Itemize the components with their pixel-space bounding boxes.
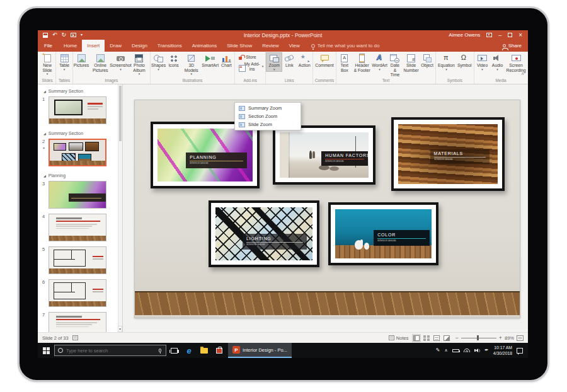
- slide-thumbnail-6[interactable]: [49, 279, 106, 307]
- menu-item-section-zoom[interactable]: Section Zoom: [235, 112, 301, 120]
- symbol-button[interactable]: Symbol: [456, 53, 473, 68]
- table-button[interactable]: Table: [57, 53, 72, 71]
- menu-item-summary-zoom[interactable]: Summary Zoom: [235, 104, 301, 112]
- microphone-icon[interactable]: [159, 349, 161, 352]
- slide-canvas[interactable]: PLANNING INTERIOR DESIGN: [134, 100, 520, 318]
- zoom-button[interactable]: Zoom: [266, 53, 282, 71]
- normal-view-button[interactable]: [412, 334, 421, 342]
- link-button[interactable]: Link: [282, 53, 297, 68]
- ink-workspace-icon[interactable]: ✒: [484, 347, 489, 354]
- pen-icon[interactable]: ✎: [436, 347, 440, 354]
- close-button[interactable]: ×: [518, 32, 522, 38]
- zoom-percentage[interactable]: 89%: [505, 335, 514, 341]
- thumbnail-scrollbar[interactable]: ▼: [118, 84, 122, 332]
- collapse-ribbon-icon[interactable]: ∧: [521, 71, 524, 76]
- slide-number-button[interactable]: Slide Number: [403, 53, 420, 72]
- tab-design[interactable]: Design: [127, 40, 152, 52]
- zoom-slider-thumb[interactable]: [477, 335, 479, 340]
- audio-button[interactable]: Audio: [490, 53, 505, 71]
- slide-row-6: 6: [38, 279, 122, 307]
- restore-button[interactable]: [508, 33, 512, 37]
- slide-thumbnail-2-selected[interactable]: [49, 139, 106, 166]
- shapes-button[interactable]: Shapes: [151, 53, 166, 71]
- screen-recording-button[interactable]: Screen Recording: [505, 53, 527, 72]
- framed-slide-planning[interactable]: PLANNING INTERIOR DESIGN: [151, 122, 260, 188]
- start-button[interactable]: [38, 343, 54, 358]
- store-button[interactable]: Store: [236, 54, 265, 61]
- scrollbar-thumb[interactable]: [119, 86, 122, 141]
- tab-animations[interactable]: Animations: [187, 40, 222, 52]
- comment-button[interactable]: Comment: [314, 53, 335, 68]
- menu-item-slide-zoom[interactable]: Slide Zoom: [235, 120, 301, 129]
- wordart-button[interactable]: WordArt: [372, 53, 387, 71]
- slideshow-view-button[interactable]: [442, 334, 451, 342]
- section-header-summary-2[interactable]: ◢Summary Section: [38, 129, 122, 137]
- 3d-models-button[interactable]: 3D Models: [181, 53, 202, 76]
- figure-silhouette: [312, 151, 315, 158]
- icons-button[interactable]: Icons: [166, 53, 181, 68]
- slide-thumbnail-1[interactable]: [49, 96, 106, 124]
- date-time-button[interactable]: Date & Time: [387, 53, 403, 78]
- pictures-icon: [76, 54, 87, 63]
- account-user[interactable]: Aimee Owens: [449, 32, 480, 38]
- tab-insert[interactable]: Insert: [82, 40, 105, 52]
- section-header-planning[interactable]: ◢Planning: [38, 171, 122, 180]
- zoom-slider[interactable]: [461, 338, 496, 338]
- spellcheck-icon[interactable]: [72, 335, 78, 340]
- action-button[interactable]: Action: [297, 53, 312, 68]
- object-button[interactable]: Object: [420, 53, 435, 68]
- framed-slide-lighting[interactable]: LIGHTING INTERIOR DESIGN: [209, 200, 319, 267]
- new-slide-button[interactable]: New Slide: [40, 53, 55, 76]
- slide-thumbnail-4[interactable]: [49, 214, 106, 241]
- notes-button[interactable]: Notes: [389, 335, 409, 341]
- framed-slide-human-factors[interactable]: HUMAN FACTORS INTERIOR DESIGN: [273, 125, 375, 185]
- volume-icon[interactable]: ): [474, 349, 481, 352]
- tab-draw[interactable]: Draw: [105, 40, 127, 52]
- taskbar-search[interactable]: [54, 345, 166, 356]
- minimize-button[interactable]: –: [498, 33, 501, 38]
- zoom-out-button[interactable]: −: [455, 335, 458, 340]
- screenshot-button[interactable]: Screenshot: [112, 53, 129, 71]
- search-input[interactable]: [66, 348, 156, 354]
- slide-thumbnail-3[interactable]: [49, 181, 106, 209]
- tab-slide-show[interactable]: Slide Show: [222, 40, 257, 52]
- scrollbar-down-icon[interactable]: ▼: [118, 326, 122, 332]
- edge-button[interactable]: e: [181, 343, 197, 358]
- video-button[interactable]: Video: [475, 53, 490, 71]
- tab-view[interactable]: View: [284, 40, 305, 52]
- photo-album-button[interactable]: Photo Album: [129, 53, 149, 76]
- slide-thumbnail-5[interactable]: [49, 246, 106, 274]
- store-taskbar-button[interactable]: [212, 343, 227, 358]
- powerpoint-taskbar-button[interactable]: P Interior Design - Po...: [228, 343, 292, 358]
- chart-button[interactable]: Chart: [219, 53, 234, 68]
- pictures-button[interactable]: Pictures: [74, 53, 89, 68]
- share-button[interactable]: Share: [503, 40, 528, 52]
- online-pictures-button[interactable]: Online Pictures: [89, 53, 112, 72]
- taskbar-clock[interactable]: 10:17 AM 4/30/2018: [493, 345, 512, 356]
- tab-file[interactable]: File: [38, 40, 59, 52]
- section-header-summary-1[interactable]: ◢Summary Section: [38, 87, 122, 95]
- header-footer-button[interactable]: Header & Footer: [352, 53, 372, 72]
- tab-home[interactable]: Home: [59, 40, 82, 52]
- smartart-button[interactable]: SmartArt: [202, 53, 219, 68]
- framed-slide-materials[interactable]: MATERIALS INTERIOR DESIGN: [391, 117, 505, 191]
- fit-slide-icon[interactable]: [517, 335, 524, 341]
- tell-me-box[interactable]: Tell me what you want to do: [311, 40, 380, 52]
- task-view-button[interactable]: [166, 343, 181, 358]
- framed-slide-color[interactable]: COLOR INTERIOR DESIGN: [328, 202, 438, 265]
- ribbon-display-options-icon[interactable]: [486, 33, 492, 37]
- action-center-icon[interactable]: [517, 348, 523, 354]
- wifi-icon[interactable]: [464, 349, 470, 352]
- slide-thumbnail-7[interactable]: [49, 312, 106, 332]
- reading-view-button[interactable]: [432, 334, 441, 342]
- file-explorer-button[interactable]: [197, 343, 212, 358]
- text-box-button[interactable]: Text Box: [337, 53, 352, 72]
- my-add-ins-button[interactable]: My Add-ins: [236, 62, 265, 71]
- battery-icon[interactable]: [452, 349, 459, 352]
- show-hidden-icons-chevron[interactable]: ∧: [444, 348, 447, 353]
- slide-sorter-view-button[interactable]: [422, 334, 431, 342]
- zoom-in-button[interactable]: +: [499, 335, 502, 340]
- tab-transitions[interactable]: Transitions: [152, 40, 187, 52]
- equation-button[interactable]: Equation: [437, 53, 456, 71]
- tab-review[interactable]: Review: [257, 40, 284, 52]
